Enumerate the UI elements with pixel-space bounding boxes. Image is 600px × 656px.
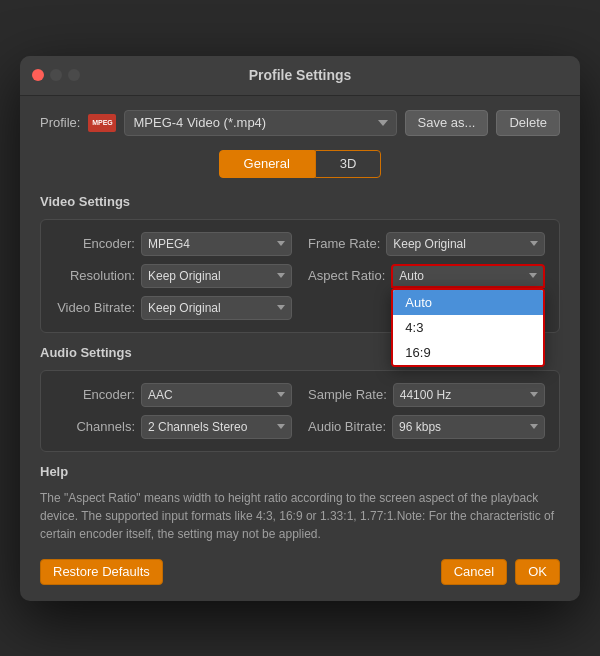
aspect-ratio-label: Aspect Ratio: bbox=[308, 268, 385, 283]
audio-bitrate-label: Audio Bitrate: bbox=[308, 419, 386, 434]
aspect-ratio-dropdown[interactable]: Auto 4:3 16:9 bbox=[391, 288, 545, 367]
channels-row: Channels: 2 Channels Stereo bbox=[55, 415, 292, 439]
sample-rate-select[interactable]: 44100 Hz bbox=[393, 383, 545, 407]
audio-encoder-label: Encoder: bbox=[55, 387, 135, 402]
audio-encoder-row: Encoder: AAC bbox=[55, 383, 292, 407]
aspect-ratio-select[interactable]: Auto bbox=[391, 264, 545, 288]
minimize-button[interactable] bbox=[50, 69, 62, 81]
audio-settings-section: Encoder: AAC Sample Rate: 44100 Hz Chann… bbox=[40, 370, 560, 452]
mpeg-icon: MPEG bbox=[88, 114, 116, 132]
tab-3d[interactable]: 3D bbox=[315, 150, 382, 178]
bottom-right-buttons: Cancel OK bbox=[441, 559, 560, 585]
video-bitrate-label: Video Bitrate: bbox=[55, 300, 135, 315]
profile-label: Profile: bbox=[40, 115, 80, 130]
video-settings-section: Encoder: MPEG4 Frame Rate: Keep Original… bbox=[40, 219, 560, 333]
resolution-select[interactable]: Keep Original bbox=[141, 264, 292, 288]
main-window: Profile Settings Profile: MPEG MPEG-4 Vi… bbox=[20, 56, 580, 601]
channels-select[interactable]: 2 Channels Stereo bbox=[141, 415, 292, 439]
maximize-button[interactable] bbox=[68, 69, 80, 81]
video-field-grid: Encoder: MPEG4 Frame Rate: Keep Original… bbox=[55, 232, 545, 320]
window-body: Profile: MPEG MPEG-4 Video (*.mp4) Save … bbox=[20, 96, 580, 601]
aspect-ratio-option-4-3[interactable]: 4:3 bbox=[393, 315, 543, 340]
sample-rate-label: Sample Rate: bbox=[308, 387, 387, 402]
tab-general[interactable]: General bbox=[219, 150, 315, 178]
video-bitrate-row: Video Bitrate: Keep Original bbox=[55, 296, 292, 320]
help-section: Help The "Aspect Ratio" means width to h… bbox=[40, 464, 560, 543]
aspect-ratio-option-16-9[interactable]: 16:9 bbox=[393, 340, 543, 365]
channels-label: Channels: bbox=[55, 419, 135, 434]
help-header: Help bbox=[40, 464, 560, 479]
video-bitrate-select[interactable]: Keep Original bbox=[141, 296, 292, 320]
help-text: The "Aspect Ratio" means width to height… bbox=[40, 489, 560, 543]
aspect-ratio-option-auto[interactable]: Auto bbox=[393, 290, 543, 315]
encoder-row: Encoder: MPEG4 bbox=[55, 232, 292, 256]
sample-rate-row: Sample Rate: 44100 Hz bbox=[308, 383, 545, 407]
frame-rate-row: Frame Rate: Keep Original bbox=[308, 232, 545, 256]
profile-select[interactable]: MPEG-4 Video (*.mp4) bbox=[124, 110, 396, 136]
aspect-ratio-row: Aspect Ratio: Auto Auto 4:3 bbox=[308, 264, 545, 288]
profile-row: Profile: MPEG MPEG-4 Video (*.mp4) Save … bbox=[40, 110, 560, 136]
encoder-select[interactable]: MPEG4 bbox=[141, 232, 292, 256]
close-button[interactable] bbox=[32, 69, 44, 81]
window-title: Profile Settings bbox=[249, 67, 352, 83]
titlebar: Profile Settings bbox=[20, 56, 580, 96]
audio-bitrate-row: Audio Bitrate: 96 kbps bbox=[308, 415, 545, 439]
tabs-row: General 3D bbox=[40, 150, 560, 178]
frame-rate-label: Frame Rate: bbox=[308, 236, 380, 251]
encoder-label: Encoder: bbox=[55, 236, 135, 251]
save-as-button[interactable]: Save as... bbox=[405, 110, 489, 136]
restore-defaults-button[interactable]: Restore Defaults bbox=[40, 559, 163, 585]
delete-button[interactable]: Delete bbox=[496, 110, 560, 136]
resolution-label: Resolution: bbox=[55, 268, 135, 283]
ok-button[interactable]: OK bbox=[515, 559, 560, 585]
audio-bitrate-select[interactable]: 96 kbps bbox=[392, 415, 545, 439]
traffic-lights bbox=[32, 69, 80, 81]
audio-field-grid: Encoder: AAC Sample Rate: 44100 Hz Chann… bbox=[55, 383, 545, 439]
video-settings-header: Video Settings bbox=[40, 194, 560, 209]
bottom-row: Restore Defaults Cancel OK bbox=[40, 559, 560, 585]
cancel-button[interactable]: Cancel bbox=[441, 559, 507, 585]
frame-rate-select[interactable]: Keep Original bbox=[386, 232, 545, 256]
resolution-row: Resolution: Keep Original bbox=[55, 264, 292, 288]
audio-encoder-select[interactable]: AAC bbox=[141, 383, 292, 407]
